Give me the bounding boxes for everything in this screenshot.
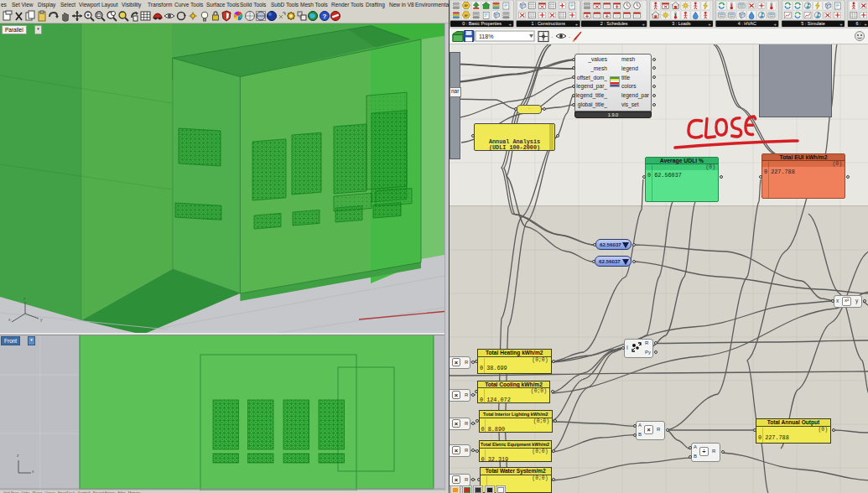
svg-text:+: +: [708, 22, 711, 27]
svg-text:+: +: [642, 22, 646, 27]
svg-text:3 : Loads: 3 : Loads: [672, 21, 690, 26]
svg-text:?: ?: [323, 13, 327, 20]
svg-text:+: +: [774, 22, 777, 27]
svg-text:2 : Schedules: 2 : Schedules: [600, 21, 628, 26]
svg-text:+: +: [509, 22, 512, 27]
svg-text:+: +: [864, 22, 867, 27]
svg-text:+: +: [575, 22, 579, 27]
svg-text:·: ·: [551, 34, 553, 40]
svg-text:AF: AF: [465, 4, 468, 8]
svg-text:+: +: [839, 22, 843, 27]
svg-text:118%: 118%: [479, 34, 493, 39]
svg-text:4 : HVAC: 4 : HVAC: [738, 21, 756, 26]
svg-text:AF: AF: [465, 14, 468, 18]
svg-text:·: ·: [569, 34, 570, 40]
svg-text:6 :: 6 :: [855, 21, 860, 26]
svg-text:1 : Constructions: 1 : Constructions: [531, 21, 565, 26]
svg-text:0 : Basic Properties: 0 : Basic Properties: [462, 21, 502, 26]
svg-text:5 : Simulate: 5 : Simulate: [801, 21, 824, 26]
